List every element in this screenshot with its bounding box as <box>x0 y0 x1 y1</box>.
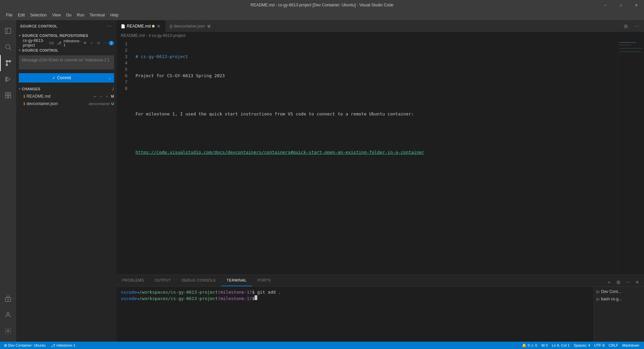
statusbar-language[interactable]: Markdown <box>620 343 641 347</box>
menu-item-view[interactable]: View <box>49 11 63 19</box>
svg-rect-19 <box>619 48 643 49</box>
close-button[interactable]: ✕ <box>629 0 644 10</box>
terminal-line-2: vscode → /workspaces/cs-gy-6613-project … <box>121 295 590 302</box>
commit-dropdown-icon: ⌄ <box>108 76 111 80</box>
editor-line-3 <box>136 92 617 98</box>
menu-item-edit[interactable]: Edit <box>15 11 28 19</box>
changes-section: ▾ Changes 2 ℹ README.md ↩ + + M <box>16 85 117 107</box>
terminal-side-bash[interactable]: ▷ bash cs-g... <box>594 295 644 303</box>
language-label: Markdown <box>622 343 639 347</box>
new-terminal-btn[interactable]: + <box>605 278 613 286</box>
panel-tab-ports[interactable]: PORTS <box>252 275 276 286</box>
menu-item-terminal[interactable]: Terminal <box>87 11 107 19</box>
editor-line-2: Project for CS-GY-6613 Spring 2023 <box>136 72 617 79</box>
term-branch-2: (milestone-1) <box>218 296 252 302</box>
menu-item-run[interactable]: Run <box>74 11 87 19</box>
tab-readme-close-btn[interactable]: ✕ <box>156 23 161 29</box>
split-terminal-btn[interactable]: ⊞ <box>614 278 623 286</box>
svg-point-2 <box>6 45 10 49</box>
panel-tab-output[interactable]: OUTPUT <box>149 275 176 286</box>
menu-item-go[interactable]: Go <box>63 11 74 19</box>
terminal-main: vscode → /workspaces/cs-gy-6613-project … <box>117 287 644 342</box>
repo-name: cs-gy-6613-project <box>23 38 46 48</box>
statusbar-branch[interactable]: ⎇ milestone-1 <box>50 342 77 349</box>
terminal-side-panel: ▷ Dev Cont... ▷ bash cs-g... <box>594 287 644 342</box>
branch-name: milestone-1 <box>63 39 80 47</box>
repo-commit-check-btn[interactable]: ✓ <box>89 40 95 46</box>
commit-dropdown-button[interactable]: ⌄ <box>105 73 114 83</box>
menu-item-selection[interactable]: Selection <box>28 11 49 19</box>
panel-tab-debug-console[interactable]: DEBUG CONSOLE <box>176 275 221 286</box>
changes-label: Changes <box>22 87 111 91</box>
svg-rect-9 <box>5 93 8 95</box>
statusbar-remote[interactable]: ⊞ Dev Container: Ubuntu <box>3 342 47 349</box>
commit-message-input[interactable] <box>19 55 114 69</box>
source-control-more-btn[interactable]: ⋯ <box>106 23 113 30</box>
settings-activity-icon[interactable] <box>0 323 16 339</box>
source-control-activity-icon[interactable] <box>0 55 16 71</box>
tab-readme[interactable]: 📄 README.md ✕ <box>117 20 166 32</box>
maximize-button[interactable]: □ <box>613 0 629 10</box>
readme-stage-btn[interactable]: + <box>104 94 110 99</box>
devcontainer-status: U <box>111 102 114 106</box>
menubar: FileEditSelectionViewGoRunTerminalHelp <box>0 10 644 20</box>
changes-count: 2 <box>112 87 114 91</box>
statusbar-eol[interactable]: CRLF <box>607 343 621 347</box>
svg-rect-10 <box>8 93 11 95</box>
remote-activity-icon[interactable] <box>0 291 16 307</box>
panel-tab-terminal[interactable]: TERMINAL <box>221 275 252 286</box>
extensions-activity-icon[interactable] <box>0 87 16 103</box>
menu-item-file[interactable]: File <box>3 11 15 19</box>
readme-open-btn[interactable]: + <box>98 94 104 99</box>
tab-devcontainer-label: devcontainer.json <box>174 24 205 29</box>
split-editor-btn[interactable]: ⊞ <box>621 21 631 31</box>
statusbar-warnings[interactable]: W 0 <box>539 343 550 347</box>
sidebar-header: SOURCE CONTROL ⋯ <box>16 20 117 32</box>
changes-chevron: ▾ <box>19 87 20 91</box>
svg-point-15 <box>7 312 9 315</box>
tab-readme-icon: 📄 <box>121 24 125 29</box>
repo-more-btn[interactable]: ⋯ <box>102 40 108 46</box>
term-arrow-2: → <box>137 296 139 302</box>
devcontainer-file-icon: ℹ <box>23 101 25 106</box>
terminal-side-dev-container[interactable]: ▷ Dev Cont... <box>594 288 644 295</box>
svg-marker-7 <box>7 77 10 82</box>
more-actions-btn[interactable]: ⋯ <box>632 21 641 31</box>
repo-refresh-btn[interactable]: ↺ <box>95 40 101 46</box>
changes-header[interactable]: ▾ Changes 2 <box>16 85 117 93</box>
explorer-activity-icon[interactable] <box>0 23 16 39</box>
run-debug-activity-icon[interactable] <box>0 71 16 87</box>
editor-scroll[interactable]: 1 2 3 4 5 6 7 8 # cs-gy-6613-project Pro… <box>117 39 617 275</box>
statusbar-encoding[interactable]: UTF-8 <box>592 343 606 347</box>
source-control-section-header[interactable]: ▾ SOURCE CONTROL <box>16 47 117 54</box>
breadcrumb-repo[interactable]: # cs-gy-6613-project <box>149 33 185 38</box>
panel-more-btn[interactable]: ⋯ <box>624 278 632 286</box>
readme-discard-btn[interactable]: ↩ <box>92 94 98 99</box>
panel-tab-problems[interactable]: PROBLEMS <box>117 275 149 286</box>
file-item-readme[interactable]: ℹ README.md ↩ + + M <box>16 93 117 100</box>
statusbar-errors[interactable]: 🔔 0 ⚠ 0 <box>520 343 539 348</box>
terminal-content[interactable]: vscode → /workspaces/cs-gy-6613-project … <box>117 287 594 342</box>
svg-rect-17 <box>619 42 636 43</box>
repo-changes-badge: 2 <box>109 41 114 45</box>
activity-bar <box>0 20 16 342</box>
panel-close-btn[interactable]: ✕ <box>633 278 641 286</box>
statusbar-position[interactable]: Ln 8, Col 1 <box>550 343 572 347</box>
repo-open-changes-btn[interactable]: 👁 <box>82 40 88 46</box>
panel-tabs: PROBLEMS OUTPUT DEBUG CONSOLE TERMINAL P… <box>117 275 644 287</box>
sc-chevron: ▾ <box>19 49 20 52</box>
minimize-button[interactable]: ─ <box>598 0 613 10</box>
repo-item[interactable]: cs-gy-6613-project Git ⎇ milestone-1 👁 ✓… <box>16 39 117 47</box>
editor-line-4: For milestone 1, I used the quick start … <box>136 111 617 117</box>
menu-item-help[interactable]: Help <box>108 11 121 19</box>
search-activity-icon[interactable] <box>0 39 16 55</box>
account-activity-icon[interactable] <box>0 307 16 323</box>
breadcrumb-readme[interactable]: README.md <box>121 33 145 38</box>
statusbar-spaces[interactable]: Spaces: 4 <box>572 343 592 347</box>
editor-line-6[interactable]: https://code.visualstudio.com/docs/devco… <box>136 149 617 155</box>
commit-button[interactable]: ✓ Commit <box>19 73 105 83</box>
sidebar: SOURCE CONTROL ⋯ ▾ SOURCE CONTROL REPOSI… <box>16 20 117 342</box>
tab-devcontainer[interactable]: {} devcontainer.json U <box>166 20 215 32</box>
warnings-label: W 0 <box>541 343 548 347</box>
file-item-devcontainer[interactable]: ℹ devcontainer.json .devcontainer U <box>16 100 117 107</box>
